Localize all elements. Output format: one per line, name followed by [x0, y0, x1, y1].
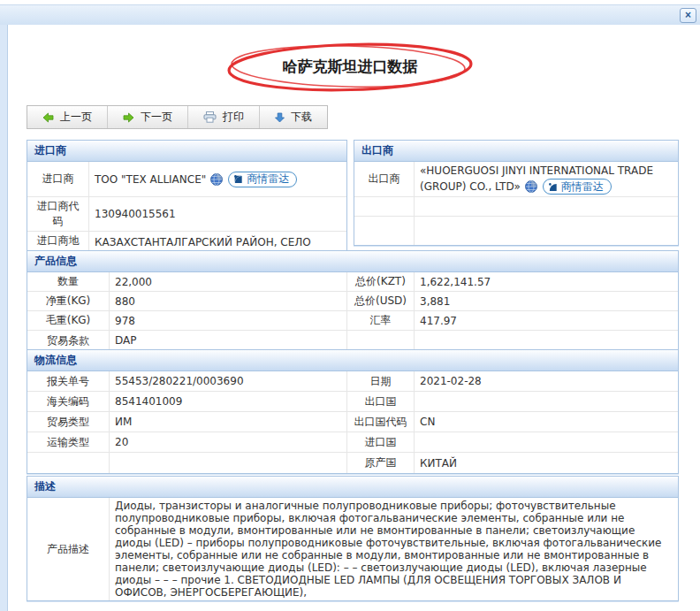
satellite-dish-icon — [548, 182, 558, 192]
trade-type-label: 贸易类型 — [27, 412, 110, 432]
net-weight-value: 880 — [110, 292, 347, 311]
logistics-section: 物流信息 报关单号 55453/280221/0003690 日期 2021-0… — [27, 349, 679, 474]
origin-country-label: 原产国 — [347, 453, 415, 473]
exchange-rate-label: 汇率 — [347, 311, 415, 331]
importer-name-value: TOO "TEX ALLIANCE" — [95, 172, 206, 185]
total-kzt-label: 总价(KZT) — [347, 272, 415, 292]
toolbar: 上一页 下一页 打印 下载 — [27, 105, 328, 129]
table-row: 毛重(KG) 978 汇率 417.97 — [27, 311, 678, 331]
product-description-label: 产品描述 — [27, 498, 110, 600]
description-section-header: 描述 — [27, 477, 678, 498]
exporter-section-header: 出口商 — [354, 141, 678, 162]
empty-value — [415, 331, 678, 350]
table-row: 海关编码 8541401009 出口国 — [27, 392, 678, 412]
quantity-value: 22,000 — [110, 272, 347, 292]
radar-badge-label: 商情雷达 — [561, 179, 604, 195]
product-section-header: 产品信息 — [27, 251, 678, 272]
table-row: 产品描述 Диоды, транзисторы и аналогичные по… — [27, 498, 678, 600]
net-weight-label: 净重(KG) — [27, 292, 110, 311]
shangqing-radar-badge[interactable]: 商情雷达 — [543, 179, 612, 195]
importer-code-value: 130940015561 — [89, 197, 346, 232]
export-country-code-value: CN — [415, 412, 678, 432]
satellite-dish-icon — [233, 174, 243, 184]
trade-terms-label: 贸易条款 — [27, 331, 110, 350]
exporter-section: 出口商 出口商 «HUOERGUOSI JINYI INTERNATIONAL … — [354, 140, 679, 246]
date-value: 2021-02-28 — [415, 371, 678, 392]
download-button[interactable]: 下载 — [260, 106, 327, 128]
import-country-label: 进口国 — [347, 432, 415, 453]
logistics-section-header: 物流信息 — [27, 350, 678, 371]
date-label: 日期 — [347, 371, 415, 392]
download-label: 下载 — [291, 110, 312, 125]
globe-icon[interactable] — [525, 180, 537, 193]
transport-type-value: 20 — [110, 432, 347, 453]
importer-name-cell: TOO "TEX ALLIANCE" 商情雷达 — [89, 162, 346, 197]
importer-code-label: 进口商代码 — [27, 197, 89, 232]
export-country-value — [415, 392, 678, 412]
print-label: 打印 — [223, 110, 244, 125]
trade-terms-value: DAP — [110, 331, 347, 350]
table-row: 贸易条款 DAP — [27, 331, 678, 350]
empty-value — [110, 453, 347, 473]
prev-page-button[interactable]: 上一页 — [27, 106, 108, 128]
import-country-value — [415, 432, 678, 453]
exporter-empty-label — [354, 217, 415, 245]
quantity-label: 数量 — [27, 272, 110, 292]
close-icon: × — [685, 9, 691, 21]
exporter-name-cell: «HUOERGUOSI JINYI INTERNATIONAL TRADE (G… — [415, 162, 678, 197]
exporter-name-label: 出口商 — [354, 162, 415, 197]
globe-icon[interactable] — [210, 173, 223, 186]
importer-section-header: 进口商 — [27, 141, 346, 162]
table-row: 贸易类型 ИМ 出口国代码 CN — [27, 412, 678, 432]
export-country-code-label: 出口国代码 — [347, 412, 415, 432]
page-title: 哈萨克斯坦进口数据 — [283, 57, 418, 75]
printer-icon — [203, 111, 217, 123]
next-page-label: 下一页 — [141, 110, 172, 125]
product-description-value: Диоды, транзисторы и аналогичные полупро… — [110, 498, 678, 600]
table-row: 运输类型 20 进口国 — [27, 432, 678, 453]
product-info-section: 产品信息 数量 22,000 总价(KZT) 1,622,141.57 净重(K… — [27, 250, 679, 351]
exporter-empty-value — [415, 217, 678, 245]
declaration-no-value: 55453/280221/0003690 — [110, 371, 347, 392]
close-button[interactable]: × — [680, 8, 696, 23]
arrow-down-icon — [275, 112, 285, 123]
radar-badge-label: 商情雷达 — [247, 172, 289, 187]
total-kzt-value: 1,622,141.57 — [415, 272, 678, 292]
next-page-button[interactable]: 下一页 — [108, 106, 188, 128]
table-row: 报关单号 55453/280221/0003690 日期 2021-02-28 — [27, 371, 678, 392]
hs-code-value: 8541401009 — [110, 392, 347, 412]
exporter-empty-value — [415, 197, 678, 217]
exporter-empty-label — [354, 197, 415, 217]
declaration-no-label: 报关单号 — [27, 371, 110, 392]
prev-page-label: 上一页 — [60, 110, 92, 125]
arrow-right-icon — [123, 112, 134, 123]
total-usd-label: 总价(USD) — [347, 292, 415, 311]
window-frame-left — [0, 25, 7, 611]
empty-label — [347, 331, 415, 350]
print-button[interactable]: 打印 — [188, 106, 260, 128]
table-row: 净重(KG) 880 总价(USD) 3,881 — [27, 292, 678, 311]
gross-weight-label: 毛重(KG) — [27, 311, 110, 331]
table-row: 数量 22,000 总价(KZT) 1,622,141.57 — [27, 272, 678, 292]
description-section: 描述 产品描述 Диоды, транзисторы и аналогичные… — [27, 476, 679, 601]
shangqing-radar-badge[interactable]: 商情雷达 — [228, 172, 297, 187]
window-titlebar: × — [0, 4, 700, 27]
hs-code-label: 海关编码 — [27, 392, 110, 412]
exchange-rate-value: 417.97 — [415, 311, 678, 331]
transport-type-label: 运输类型 — [27, 432, 110, 453]
origin-country-value: КИТАЙ — [415, 453, 678, 473]
page-title-container: 哈萨克斯坦进口数据 — [0, 44, 700, 89]
importer-name-label: 进口商 — [27, 162, 89, 197]
empty-label — [27, 453, 110, 473]
export-country-label: 出口国 — [347, 392, 415, 412]
arrow-left-icon — [42, 112, 54, 123]
total-usd-value: 3,881 — [415, 292, 678, 311]
importer-section: 进口商 进口商 TOO "TEX ALLIANCE" 商情雷达 进口商代码 13… — [27, 140, 347, 266]
gross-weight-value: 978 — [110, 311, 347, 331]
table-row: 原产国 КИТАЙ — [27, 453, 678, 473]
trade-type-value: ИМ — [110, 412, 347, 432]
